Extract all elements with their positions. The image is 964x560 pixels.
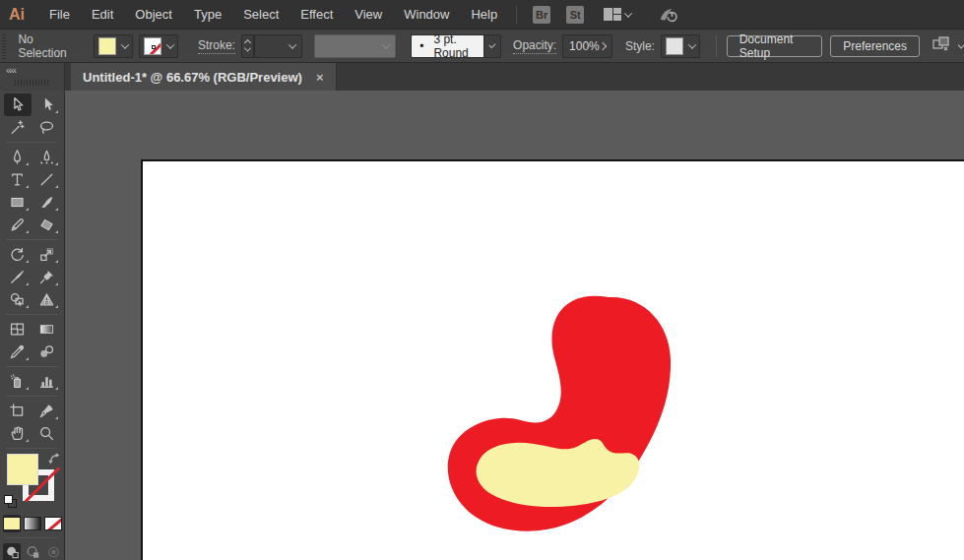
tools-panel-grip[interactable] [15, 80, 50, 86]
stroke-weight-stepper[interactable] [241, 34, 254, 58]
stroke-none-swatch[interactable] [144, 37, 161, 55]
menu-effect[interactable]: Effect [289, 7, 344, 22]
type-tool[interactable] [4, 168, 32, 191]
hand-tool[interactable] [4, 422, 32, 445]
mesh-tool[interactable] [4, 318, 32, 341]
bridge-button[interactable]: Br [533, 6, 550, 24]
stroke-chevron-down-icon[interactable] [166, 40, 174, 48]
toolbar-separator [6, 448, 58, 449]
brush-chevron-down-icon[interactable] [483, 34, 501, 58]
align-options-icon[interactable] [932, 35, 953, 57]
width-tool[interactable] [4, 266, 32, 288]
blend-tool[interactable] [33, 341, 61, 363]
rotate-tool[interactable] [4, 243, 32, 266]
swap-fill-stroke-icon[interactable] [47, 452, 62, 469]
pencil-icon [9, 217, 26, 233]
illustrator-logo: Ai [9, 6, 25, 24]
blend-icon [38, 343, 55, 360]
workspace-chevron-down-icon[interactable] [624, 9, 632, 17]
puppet-warp-icon [38, 269, 55, 285]
direct-selection-tool[interactable] [33, 93, 61, 116]
eyedropper-tool[interactable] [4, 341, 32, 363]
collapse-panel-icon[interactable]: «« [6, 64, 16, 76]
fill-color-indicator[interactable] [7, 454, 38, 485]
opacity-label[interactable]: Opacity: [513, 38, 556, 54]
symbol-sprayer-tool[interactable] [4, 370, 32, 393]
draw-normal-button[interactable] [3, 543, 21, 560]
document-tab[interactable]: Untitled-1* @ 66.67% (RGB/Preview) × [71, 63, 337, 91]
style-chevron-down-icon[interactable] [688, 40, 696, 48]
symbol-sprayer-icon [9, 373, 26, 390]
fill-chevron-down-icon[interactable] [121, 40, 129, 48]
column-graph-tool[interactable] [33, 370, 61, 393]
document-setup-button[interactable]: Document Setup [727, 35, 823, 57]
menu-type[interactable]: Type [183, 7, 232, 22]
default-fill-stroke-icon[interactable] [4, 495, 17, 508]
stock-button[interactable]: St [566, 6, 584, 24]
fill-color-dropdown[interactable] [94, 34, 133, 58]
preferences-button[interactable]: Preferences [830, 35, 920, 57]
zoom-icon [38, 425, 55, 442]
rectangle-tool[interactable] [4, 191, 32, 214]
selection-tool[interactable] [4, 93, 32, 116]
drawing-mode-buttons [0, 541, 64, 560]
zoom-tool[interactable] [33, 422, 61, 445]
perspective-grid-tool[interactable] [33, 288, 61, 311]
direct-selection-icon [38, 96, 55, 113]
menu-bar: Ai File Edit Object Type Select Effect V… [0, 0, 964, 30]
menu-window[interactable]: Window [393, 7, 460, 22]
gradient-button[interactable] [24, 515, 41, 532]
style-dropdown[interactable] [661, 34, 700, 58]
stroke-weight-label[interactable]: Stroke: [198, 38, 235, 54]
fill-color-swatch[interactable] [98, 37, 116, 55]
scale-tool[interactable] [33, 243, 61, 266]
shape-builder-tool[interactable] [4, 288, 32, 311]
paintbrush-tool[interactable] [33, 191, 61, 214]
color-type-buttons [0, 513, 64, 534]
stroke-weight-dropdown[interactable] [254, 34, 302, 58]
line-segment-tool[interactable] [33, 168, 61, 191]
menu-file[interactable]: File [38, 7, 81, 22]
menu-object[interactable]: Object [124, 7, 183, 22]
eraser-tool[interactable] [33, 214, 61, 236]
stroke-color-dropdown[interactable] [139, 34, 178, 58]
toolbar-separator [6, 366, 58, 367]
puppet-warp-tool[interactable] [33, 266, 61, 288]
magic-wand-icon [9, 119, 26, 136]
menu-view[interactable]: View [344, 7, 393, 22]
controlbar-grip[interactable] [2, 33, 8, 59]
document-tab-title: Untitled-1* @ 66.67% (RGB/Preview) [83, 70, 302, 85]
hand-icon [9, 425, 26, 442]
width-profile-dropdown-disabled [314, 34, 396, 58]
menu-edit[interactable]: Edit [81, 7, 124, 22]
draw-behind-button[interactable] [24, 543, 41, 560]
selection-status: No Selection [18, 32, 71, 60]
none-button[interactable] [44, 515, 62, 532]
lasso-tool[interactable] [33, 116, 61, 139]
shape-builder-icon [9, 291, 26, 308]
pen-tool[interactable] [4, 146, 32, 168]
style-swatch[interactable] [666, 37, 683, 55]
scale-icon [38, 246, 55, 263]
curvature-tool[interactable] [33, 146, 61, 168]
toolbar-separator [6, 314, 58, 315]
workspace-switcher-icon[interactable] [604, 8, 621, 21]
rectangle-icon [9, 194, 26, 211]
menu-select[interactable]: Select [232, 7, 289, 22]
line-segment-icon [38, 171, 55, 188]
eyedropper-icon [9, 343, 26, 360]
artboard-icon [9, 403, 26, 419]
menu-help[interactable]: Help [460, 7, 508, 22]
slice-tool[interactable] [33, 400, 61, 422]
tab-close-icon[interactable]: × [316, 70, 324, 85]
color-button[interactable] [3, 515, 21, 532]
pencil-tool[interactable] [4, 214, 32, 236]
artboard-tool[interactable] [4, 400, 32, 422]
brush-definition-field[interactable]: • 3 pt. Round [411, 34, 483, 58]
align-chevron-down-icon[interactable] [958, 40, 964, 48]
gradient-tool[interactable] [33, 318, 61, 341]
cc-sync-icon[interactable] [657, 6, 678, 24]
pen-icon [9, 149, 26, 165]
opacity-field[interactable]: 100% [562, 34, 612, 58]
magic-wand-tool[interactable] [4, 116, 32, 139]
